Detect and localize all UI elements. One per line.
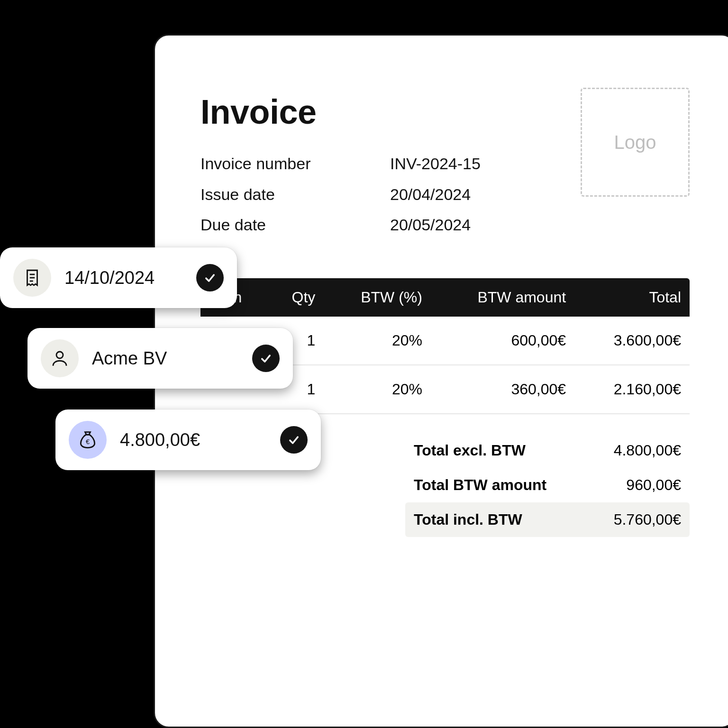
meta-label-issue: Issue date <box>200 179 390 210</box>
total-excl-value: 4.800,00€ <box>614 442 681 459</box>
pill-date[interactable]: 14/10/2024 <box>0 247 237 308</box>
cell-btw-amt: 600,00€ <box>431 317 574 365</box>
pill-client[interactable]: Acme BV <box>27 328 293 389</box>
pill-amount-text: 4.800,00€ <box>120 430 267 450</box>
cell-total: 2.160,00€ <box>574 365 690 414</box>
logo-placeholder[interactable]: Logo <box>581 88 690 197</box>
meta-value-issue: 20/04/2024 <box>390 179 471 210</box>
cell-btw-pct: 20% <box>324 365 431 414</box>
money-bag-icon: € <box>69 421 107 459</box>
invoice-header-left: Invoice Invoice number INV-2024-15 Issue… <box>200 92 481 240</box>
invoice-header: Invoice Invoice number INV-2024-15 Issue… <box>200 92 690 240</box>
total-incl-value: 5.760,00€ <box>614 511 681 528</box>
total-btw-label: Total BTW amount <box>414 476 546 494</box>
total-incl-label: Total incl. BTW <box>414 511 522 528</box>
check-icon <box>280 426 308 454</box>
meta-row-number: Invoice number INV-2024-15 <box>200 148 481 179</box>
pill-amount[interactable]: € 4.800,00€ <box>55 410 321 470</box>
meta-value-due: 20/05/2024 <box>390 209 471 240</box>
total-incl-row: Total incl. BTW 5.760,00€ <box>405 502 690 537</box>
invoice-title: Invoice <box>200 92 481 131</box>
th-qty: Qty <box>268 278 324 317</box>
person-icon <box>41 339 79 377</box>
cell-btw-pct: 20% <box>324 317 431 365</box>
total-excl-label: Total excl. BTW <box>414 442 526 459</box>
meta-row-issue: Issue date 20/04/2024 <box>200 179 481 210</box>
receipt-icon <box>13 259 51 297</box>
total-btw-row: Total BTW amount 960,00€ <box>405 468 690 502</box>
svg-point-3 <box>56 352 63 358</box>
check-icon <box>196 264 224 291</box>
th-btw-pct: BTW (%) <box>324 278 431 317</box>
logo-placeholder-text: Logo <box>614 132 656 153</box>
svg-text:€: € <box>86 438 90 446</box>
check-icon <box>252 345 280 372</box>
meta-value-number: INV-2024-15 <box>390 148 481 179</box>
th-total: Total <box>574 278 690 317</box>
pill-client-text: Acme BV <box>92 348 239 369</box>
total-btw-value: 960,00€ <box>626 476 681 494</box>
th-btw-amount: BTW amount <box>431 278 574 317</box>
pill-date-text: 14/10/2024 <box>64 268 183 288</box>
meta-label-due: Due date <box>200 209 390 240</box>
invoice-meta: Invoice number INV-2024-15 Issue date 20… <box>200 148 481 240</box>
cell-total: 3.600,00€ <box>574 317 690 365</box>
meta-row-due: Due date 20/05/2024 <box>200 209 481 240</box>
table-header: ption Qty BTW (%) BTW amount Total <box>200 278 690 317</box>
total-excl-row: Total excl. BTW 4.800,00€ <box>405 433 690 468</box>
meta-label-number: Invoice number <box>200 148 390 179</box>
cell-btw-amt: 360,00€ <box>431 365 574 414</box>
